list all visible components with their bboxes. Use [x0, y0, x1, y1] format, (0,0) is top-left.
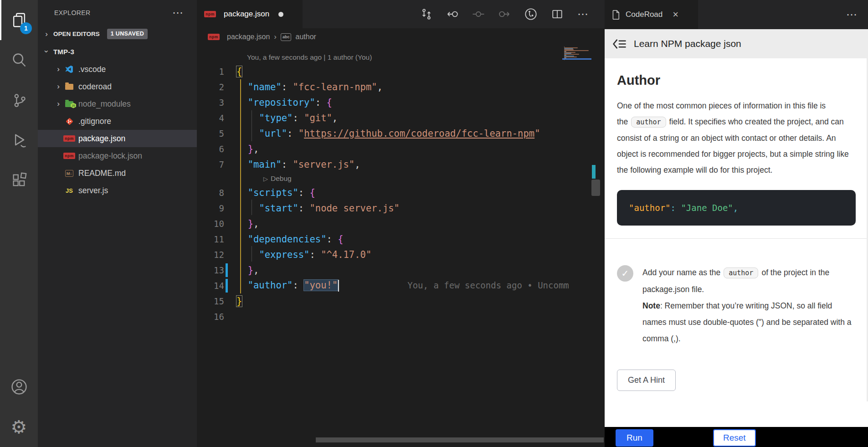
chevron-right-icon: › [274, 32, 277, 41]
file-name: coderoad [78, 82, 112, 92]
explorer-icon[interactable]: 1 [0, 0, 38, 40]
get-hint-button[interactable]: Get A Hint [617, 370, 676, 391]
file-item-coderoad[interactable]: ›coderoad [38, 78, 197, 95]
code-editor[interactable]: You, a few seconds ago | 1 author (You)1… [197, 46, 605, 447]
minimap[interactable] [564, 46, 591, 61]
tab-label: package.json [224, 10, 269, 19]
code-line-11[interactable]: 11 "dependencies": { [197, 231, 605, 247]
modified-line-marker [226, 279, 228, 293]
tab-package-json[interactable]: npm package.json [197, 0, 303, 28]
file-item-node_modules[interactable]: ›JSnode_modules [38, 95, 197, 113]
account-icon[interactable] [0, 367, 38, 407]
reset-button[interactable]: Reset [713, 429, 756, 447]
line-number: 6 [197, 144, 224, 154]
file-name: package.json [78, 134, 125, 144]
file-item-.vscode[interactable]: ›.vscode [38, 61, 197, 78]
codelens-authors[interactable]: You, a few seconds ago | 1 author (You) [197, 51, 605, 64]
code-example: "author": "Jane Doe", [617, 190, 856, 226]
code-line-4[interactable]: 4 "type": "git", [197, 110, 605, 126]
record-step-icon[interactable] [473, 8, 484, 20]
file-item-README.md[interactable]: M↓README.md [38, 164, 197, 182]
code-line-8[interactable]: 8 "scripts": { [197, 185, 605, 200]
inline-code-chip: author [724, 267, 758, 278]
play-icon: ▷ [263, 175, 268, 182]
file-item-.gitignore[interactable]: .gitignore [38, 113, 197, 130]
code-line-15[interactable]: 15} [197, 293, 605, 309]
file-name: .vscode [78, 65, 106, 74]
vertical-scrollbar[interactable] [591, 180, 600, 196]
lesson-title: Learn NPM package json [634, 38, 741, 49]
line-number: 9 [197, 203, 224, 213]
file-tree: ›.vscode›coderoad›JSnode_modules.gitigno… [38, 61, 197, 199]
step-back-icon[interactable] [447, 8, 458, 20]
file-name: package-lock.json [78, 151, 142, 161]
npm-file-icon: npm [209, 34, 219, 40]
example-key: "author" [629, 203, 671, 213]
code-line-9[interactable]: 9 "start": "node server.js" [197, 200, 605, 216]
code-line-12[interactable]: 12 "express": "^4.17.0" [197, 247, 605, 262]
split-editor-icon[interactable] [551, 8, 563, 20]
open-editors-header[interactable]: › OPEN EDITORS 1 UNSAVED [38, 26, 197, 42]
codelens-debug[interactable]: ▷Debug [197, 172, 605, 185]
horizontal-scrollbar[interactable] [316, 437, 604, 442]
close-icon[interactable]: × [673, 10, 678, 20]
line-number: 10 [197, 219, 224, 229]
sidebar-more-actions-icon[interactable]: ⋯ [172, 7, 184, 18]
source-control-icon[interactable] [0, 80, 38, 120]
workspace-header[interactable]: › TMP-3 [38, 42, 197, 61]
chevron-down-icon: › [42, 48, 51, 55]
explorer-badge: 1 [20, 22, 32, 34]
unsaved-badge: 1 UNSAVED [107, 29, 148, 39]
line-number: 16 [197, 312, 224, 322]
task-text: Add your name as theauthorof the project… [642, 264, 856, 347]
line-number: 2 [197, 82, 224, 92]
code-line-13[interactable]: 13 }, [197, 262, 605, 278]
panel-more-actions-icon[interactable]: ⋯ [846, 9, 858, 20]
task-text-part: Add your name as the [642, 268, 720, 277]
breadcrumb: npm package.json › abc author [197, 28, 605, 46]
code-line-7[interactable]: 7 "main": "server.js", [197, 157, 605, 172]
run-debug-icon[interactable] [0, 120, 38, 160]
code-line-1[interactable]: 1{ [197, 64, 605, 79]
line-number: 1 [197, 67, 224, 77]
code-line-14[interactable]: 14 "author": "you!"You, a few seconds ag… [197, 278, 605, 293]
folder-file-icon [64, 84, 74, 90]
editor-tab-bar: npm package.json [197, 0, 605, 28]
open-editors-label: OPEN EDITORS [53, 31, 100, 37]
extensions-icon[interactable] [0, 160, 38, 200]
task-check-icon: ✓ [617, 265, 633, 282]
line-number: 5 [197, 128, 224, 139]
code-line-6[interactable]: 6 }, [197, 141, 605, 157]
editor-more-actions-icon[interactable]: ⋯ [577, 9, 589, 20]
code-line-2[interactable]: 2 "name": "fcc-learn-npm", [197, 79, 605, 95]
file-item-package-lock.json[interactable]: npmpackage-lock.json [38, 147, 197, 164]
line-number: 11 [197, 234, 224, 244]
lesson-paragraph: One of the most common pieces of informa… [617, 98, 856, 178]
breadcrumb-file[interactable]: package.json [227, 33, 270, 41]
file-item-server.js[interactable]: JSserver.js [38, 182, 197, 199]
search-icon[interactable] [0, 40, 38, 80]
breadcrumb-symbol[interactable]: author [295, 33, 316, 41]
tab-coderoad[interactable]: CodeRoad × [605, 0, 698, 29]
settings-icon[interactable]: ⚙ [0, 407, 38, 447]
activity-bar: 1 [0, 0, 38, 447]
chevron-right-icon: › [55, 99, 62, 108]
code-line-10[interactable]: 10 }, [197, 216, 605, 231]
sidebar-title: EXPLORER [54, 9, 90, 16]
md-file-icon: M↓ [64, 170, 74, 177]
code-line-16[interactable]: 16 [197, 309, 605, 324]
file-item-package.json[interactable]: npmpackage.json [38, 130, 197, 147]
line-number: 12 [197, 250, 224, 260]
run-button[interactable]: Run [616, 429, 653, 447]
compare-changes-icon[interactable] [421, 8, 432, 20]
js-file-icon: JS [64, 188, 74, 194]
unsaved-dot-icon[interactable] [278, 12, 283, 17]
run-tutorial-icon[interactable] [524, 8, 537, 21]
step-forward-icon[interactable] [498, 8, 510, 20]
file-name: .gitignore [78, 117, 111, 126]
back-to-menu-icon[interactable] [612, 38, 627, 50]
code-line-3[interactable]: 3 "repository": { [197, 95, 605, 110]
editor-group: npm package.json [197, 0, 605, 447]
code-line-5[interactable]: 5 "url": "https://github.com/coderoad/fc… [197, 126, 605, 141]
example-value: "Jane Doe" [681, 203, 733, 213]
